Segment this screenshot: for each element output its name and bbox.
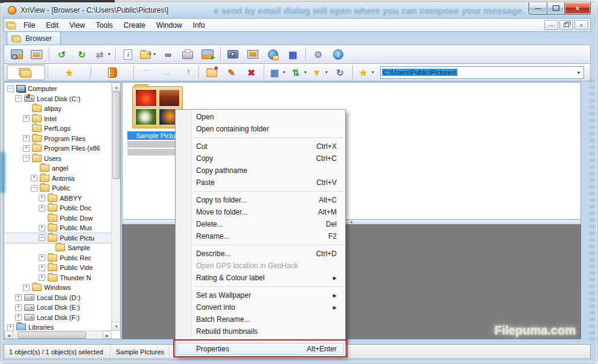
tree-item-intel[interactable]: +Intel: [5, 114, 111, 124]
context-menu-item-move-to-folder[interactable]: Move to folder...Alt+M: [176, 206, 345, 218]
tree-item-local-disk-d[interactable]: +Local Disk (D:): [5, 293, 111, 303]
scroll-left-arrow-icon[interactable]: ◀: [4, 331, 13, 339]
tree-expander[interactable]: −: [7, 86, 14, 92]
tree-expander[interactable]: −: [39, 234, 45, 241]
dropdown-arrow-icon[interactable]: ▼: [282, 71, 286, 74]
slideshow-button[interactable]: [198, 47, 218, 61]
tree-item-libraries[interactable]: +Libraries: [5, 322, 111, 330]
thumbnail-grid-button[interactable]: ▦: [283, 47, 303, 61]
tree-item-angel[interactable]: angel: [5, 163, 111, 174]
dropdown-arrow-icon[interactable]: ▼: [304, 71, 307, 74]
scrollbar-thumb[interactable]: [112, 92, 120, 179]
mdi-minimize-button[interactable]: —: [544, 20, 558, 30]
tree-expander[interactable]: +: [39, 274, 45, 281]
menu-file[interactable]: File: [18, 19, 40, 31]
up-button[interactable]: →: [176, 65, 196, 80]
tree-horizontal-scrollbar[interactable]: ◀ ▶: [4, 330, 112, 339]
rotate-right-button[interactable]: ↻: [72, 47, 92, 61]
capture-button[interactable]: [223, 47, 243, 61]
scrollbar-thumb[interactable]: [17, 331, 86, 339]
tree-item-users[interactable]: −Users: [5, 154, 111, 164]
tree-expander[interactable]: +: [39, 195, 45, 201]
tree-item-perflogs[interactable]: PerfLogs: [5, 124, 111, 134]
tree-item-public-rec[interactable]: +Public Rec: [5, 253, 111, 263]
dropdown-arrow-icon[interactable]: ▼: [107, 52, 111, 56]
context-menu-item-open[interactable]: Open: [176, 111, 345, 123]
tree-item-computer[interactable]: −Computer: [5, 84, 111, 94]
scroll-up-arrow-icon[interactable]: ▲: [112, 83, 121, 92]
address-combobox[interactable]: C:\Users\Public\Pictures\▼: [380, 66, 584, 79]
delete-button[interactable]: ✖: [241, 65, 261, 80]
dropdown-arrow-icon[interactable]: ▼: [153, 52, 156, 56]
view-mode-button[interactable]: ▦▼: [267, 65, 288, 80]
folders-panel-button[interactable]: [7, 64, 45, 80]
catalog-panel-button[interactable]: [94, 65, 131, 80]
filter-button[interactable]: ▼▼: [309, 65, 330, 80]
context-menu-item-cut[interactable]: CutCtrl+X: [176, 140, 345, 152]
fullscreen-button[interactable]: [27, 47, 46, 61]
file-info-button[interactable]: i: [118, 47, 138, 61]
menu-create[interactable]: Create: [118, 19, 151, 31]
window-close-button[interactable]: ×: [565, 2, 591, 14]
context-menu-item-rename[interactable]: Rename...F2: [176, 230, 345, 242]
open-with-button[interactable]: ▼: [138, 47, 158, 61]
tree-vertical-scrollbar[interactable]: ▲ ▼: [111, 83, 120, 331]
window-maximize-button[interactable]: [547, 2, 565, 14]
mdi-restore-button[interactable]: [559, 20, 573, 30]
tree-item-sample[interactable]: Sample: [5, 243, 111, 253]
rotate-left-button[interactable]: ↺: [52, 47, 72, 61]
tree-expander[interactable]: −: [15, 95, 22, 102]
view-image-button[interactable]: [7, 47, 27, 61]
context-menu-item-paste[interactable]: PasteCtrl+V: [176, 177, 345, 189]
settings-button[interactable]: ⚙: [308, 47, 328, 61]
tree-item-public-vide[interactable]: +Public Vide: [5, 263, 111, 273]
tree-item-alipay[interactable]: alipay: [5, 104, 111, 114]
tree-item-local-disk-e[interactable]: +Local Disk (E:): [5, 303, 111, 313]
favorites-panel-button[interactable]: ★: [51, 65, 88, 80]
context-menu-item-open-containing-folder[interactable]: Open containing folder: [176, 123, 345, 135]
dropdown-arrow-icon[interactable]: ▼: [371, 71, 375, 74]
context-menu-item-convert-into[interactable]: Convert into▶: [176, 301, 345, 313]
tree-item-public-pictu[interactable]: −Public Pictu: [5, 233, 111, 243]
context-menu-item-rating-colour-label[interactable]: Rating & Colour label▶: [176, 272, 345, 284]
edit-button[interactable]: ✎: [221, 65, 241, 80]
wallpaper-button[interactable]: [243, 47, 263, 61]
tree-item-abbyy[interactable]: +ABBYY: [5, 193, 111, 204]
new-folder-button[interactable]: [202, 65, 221, 80]
menu-window[interactable]: Window: [151, 19, 188, 31]
context-menu-item-rebuild-thumbnails[interactable]: Rebuild thumbnails: [176, 325, 345, 337]
tree-expander[interactable]: +: [23, 284, 30, 291]
context-menu-item-copy-to-folder[interactable]: Copy to folder...Alt+C: [176, 194, 345, 206]
mdi-close-button[interactable]: ×: [574, 20, 588, 30]
context-menu-item-describe[interactable]: Describe...Ctrl+D: [176, 248, 345, 260]
context-menu-item-batch-rename[interactable]: Batch Rename...: [176, 313, 345, 325]
context-menu-item-set-as-wallpaper[interactable]: Set as Wallpaper▶: [176, 289, 345, 301]
web-button[interactable]: [263, 47, 283, 61]
about-button[interactable]: i: [328, 47, 348, 61]
tree-expander[interactable]: +: [39, 225, 45, 231]
tree-expander[interactable]: +: [15, 314, 22, 321]
tree-item-thunder-n[interactable]: +Thunder N: [5, 273, 111, 283]
dropdown-arrow-icon[interactable]: ▼: [325, 71, 328, 74]
menu-tools[interactable]: Tools: [91, 19, 118, 31]
tree-expander[interactable]: +: [39, 205, 45, 212]
tree-expander[interactable]: −: [31, 185, 37, 192]
tree-expander[interactable]: +: [23, 135, 30, 142]
scroll-right-arrow-icon[interactable]: ▶: [103, 331, 112, 339]
tree-expander[interactable]: +: [15, 294, 22, 301]
tree-expander[interactable]: +: [23, 145, 30, 152]
tree-item-public[interactable]: −Public: [5, 183, 111, 193]
tree-expander[interactable]: +: [23, 115, 30, 122]
tree-expander[interactable]: +: [15, 304, 22, 311]
tree-item-public-doc[interactable]: +Public Doc: [5, 203, 111, 213]
context-menu-item-copy[interactable]: CopyCtrl+C: [176, 152, 345, 165]
menu-view[interactable]: View: [64, 19, 91, 31]
tree-expander[interactable]: +: [39, 254, 45, 261]
print-button[interactable]: [178, 47, 198, 61]
title-bar[interactable]: XnView - [Browser - C:\Users\Public\Pict…: [1, 2, 597, 18]
search-button[interactable]: ∞: [158, 47, 178, 61]
scroll-down-arrow-icon[interactable]: ▼: [112, 322, 121, 331]
tree-item-local-disk-f[interactable]: +Local Disk (F:): [5, 313, 111, 323]
tree-item-public-mus[interactable]: +Public Mus: [5, 223, 111, 233]
tree-item-program-files[interactable]: +Program Files: [5, 134, 111, 144]
